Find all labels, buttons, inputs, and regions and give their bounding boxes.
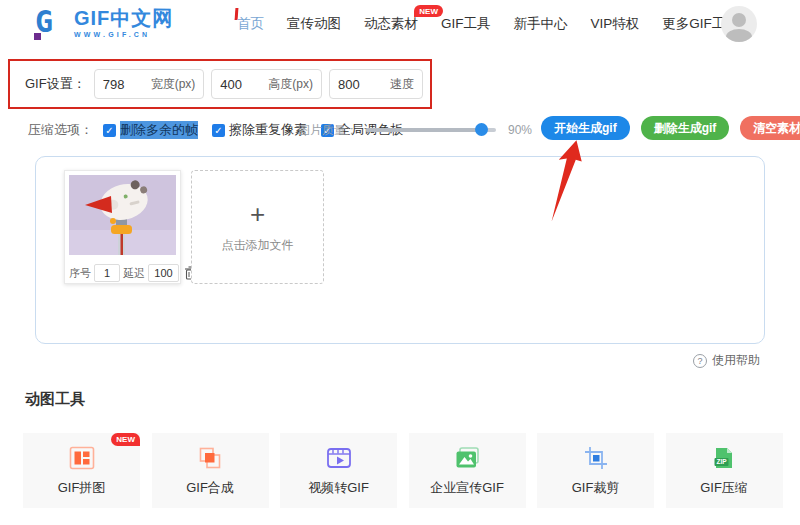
height-unit-label: 高度(px) <box>268 76 313 93</box>
new-badge: NEW <box>414 5 443 17</box>
tool-label: GIF压缩 <box>700 479 748 497</box>
checkbox-checked-icon[interactable]: ✓ <box>103 124 116 137</box>
start-generate-gif-button[interactable]: 开始生成gif <box>541 116 630 140</box>
checkbox-label: 删除多余的帧 <box>120 121 198 139</box>
zip-icon: ZIP <box>710 444 738 472</box>
clear-material-library-button[interactable]: 清空素材库 <box>740 116 800 140</box>
tool-label: GIF合成 <box>186 479 234 497</box>
width-field[interactable]: 宽度(px) <box>94 69 205 99</box>
speed-field[interactable]: 速度 <box>329 69 423 99</box>
tool-label: GIF拼图 <box>58 479 106 497</box>
site-url: WWW.GIF.CN <box>74 31 173 38</box>
usage-help-link[interactable]: ? 使用帮助 <box>693 352 760 369</box>
image-quality-label: 图片质量： <box>298 122 358 139</box>
height-input[interactable] <box>220 77 268 92</box>
speed-input[interactable] <box>338 77 386 92</box>
nav-item-gif-tools[interactable]: GIF工具 <box>441 15 491 33</box>
main-nav: 首页 宣传动图 动态素材 NEW GIF工具 新手中心 VIP特权 更多GIF工… <box>237 0 739 48</box>
site-logo[interactable]: G GIF中文网 WWW.GIF.CN <box>35 7 173 39</box>
sequence-label: 序号 <box>69 266 91 281</box>
frames-workspace-panel: 序号 延迟 + 点击添加文件 <box>35 156 765 344</box>
tool-card-gif-crop[interactable]: GIF裁剪 <box>537 433 654 508</box>
tool-card-video-to-gif[interactable]: 视频转GIF <box>280 433 397 508</box>
action-buttons: 开始生成gif 删除生成gif 清空素材库 <box>541 116 800 140</box>
nav-item-beginner-center[interactable]: 新手中心 <box>514 15 568 33</box>
height-field[interactable]: 高度(px) <box>211 69 322 99</box>
annotation-red-rectangle: GIF设置： 宽度(px) 高度(px) 速度 <box>8 59 432 109</box>
add-file-label: 点击添加文件 <box>222 237 294 254</box>
compress-options-label: 压缩选项： <box>28 121 93 139</box>
tool-card-gif-compress[interactable]: ZIP GIF压缩 <box>666 433 783 508</box>
quality-value: 90% <box>508 123 532 137</box>
quality-slider-fill <box>366 128 483 132</box>
width-input[interactable] <box>103 77 151 92</box>
delay-input[interactable] <box>148 264 179 282</box>
width-unit-label: 宽度(px) <box>151 76 196 93</box>
avatar-head <box>732 13 746 27</box>
tool-card-gif-collage[interactable]: NEW GIF拼图 <box>23 433 140 508</box>
checkbox-checked-icon[interactable]: ✓ <box>212 124 225 137</box>
frame-thumbnail-robot-image <box>69 175 176 255</box>
zip-label: ZIP <box>716 458 727 465</box>
frame-card[interactable]: 序号 延迟 <box>64 170 181 284</box>
picture-icon <box>453 444 481 472</box>
speed-unit-label: 速度 <box>390 76 414 93</box>
nav-item-vip[interactable]: VIP特权 <box>591 15 640 33</box>
site-title: GIF中文网 <box>74 8 173 28</box>
checkbox-remove-extra-frames[interactable]: ✓ 删除多余的帧 <box>103 121 198 139</box>
tools-grid: NEW GIF拼图 GIF合成 <box>23 433 783 508</box>
gif-maker-page: G GIF中文网 WWW.GIF.CN 首页 宣传动图 动态素材 NEW GIF… <box>0 0 800 525</box>
new-badge: NEW <box>111 433 140 446</box>
annotation-arrow <box>548 140 582 224</box>
frame-controls: 序号 延迟 <box>69 264 176 282</box>
quality-slider[interactable] <box>366 128 496 132</box>
header: G GIF中文网 WWW.GIF.CN 首页 宣传动图 动态素材 NEW GIF… <box>0 0 800 48</box>
checkbox-erase-duplicate-pixels[interactable]: ✓ 擦除重复像素 <box>212 121 307 139</box>
plus-icon: + <box>250 201 265 227</box>
image-quality-control: 图片质量： 90% <box>298 118 532 142</box>
nav-item-dynamic-material[interactable]: 动态素材 NEW <box>364 15 418 33</box>
sequence-input[interactable] <box>94 264 120 282</box>
crop-icon <box>582 444 610 472</box>
nav-item-home[interactable]: 首页 <box>237 15 264 33</box>
tool-card-enterprise-promo-gif[interactable]: 企业宣传GIF <box>409 433 526 508</box>
add-file-dropzone[interactable]: + 点击添加文件 <box>191 170 324 284</box>
checkbox-label: 擦除重复像素 <box>229 121 307 139</box>
logo-g-icon: G <box>35 7 67 39</box>
merge-icon <box>196 444 224 472</box>
gif-settings-label: GIF设置： <box>25 75 86 93</box>
quality-slider-handle[interactable] <box>475 123 488 136</box>
avatar-shoulders <box>726 29 752 42</box>
tools-section-title: 动图工具 <box>25 390 85 409</box>
tool-label: GIF裁剪 <box>572 479 620 497</box>
user-avatar[interactable] <box>721 6 757 42</box>
collage-icon <box>68 444 96 472</box>
delay-label: 延迟 <box>123 266 145 281</box>
delete-generated-gif-button[interactable]: 删除生成gif <box>641 116 730 140</box>
tool-card-gif-merge[interactable]: GIF合成 <box>152 433 269 508</box>
tool-label: 视频转GIF <box>308 479 369 497</box>
nav-item-label: 动态素材 <box>364 16 418 31</box>
usage-help-label: 使用帮助 <box>712 352 760 369</box>
logo-purple-square <box>34 33 41 40</box>
question-circle-icon: ? <box>693 354 707 368</box>
tool-label: 企业宣传GIF <box>430 479 504 497</box>
nav-item-promo-gifs[interactable]: 宣传动图 <box>287 15 341 33</box>
video-icon <box>325 444 353 472</box>
